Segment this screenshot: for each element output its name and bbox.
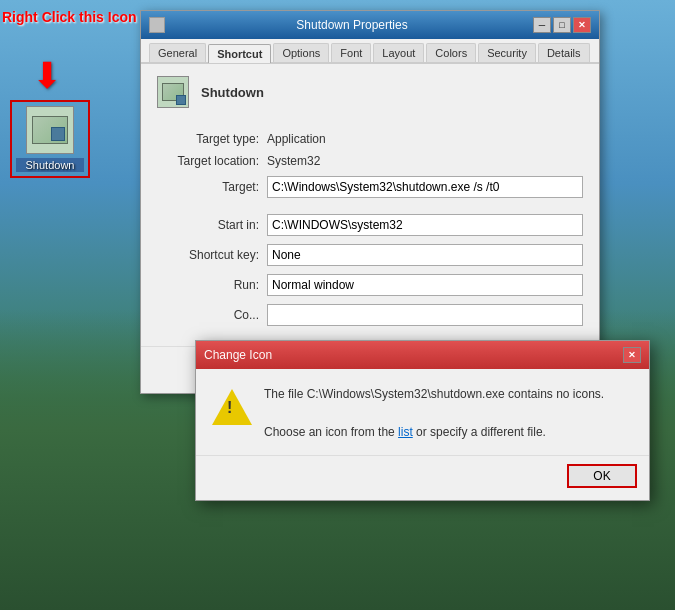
comment-input[interactable] bbox=[267, 304, 583, 326]
change-icon-title: Change Icon bbox=[204, 348, 272, 362]
warning-triangle bbox=[212, 389, 252, 425]
target-location-row: Target location: System32 bbox=[157, 154, 583, 168]
prop-icon-badge bbox=[176, 95, 186, 105]
dialog-title: Shutdown Properties bbox=[171, 18, 533, 32]
right-click-annotation: Right Click this Icon bbox=[2, 8, 137, 26]
run-input[interactable] bbox=[267, 274, 583, 296]
tab-font[interactable]: Font bbox=[331, 43, 371, 62]
arrow-annotation: ⬇ bbox=[32, 55, 62, 97]
tab-security[interactable]: Security bbox=[478, 43, 536, 62]
titlebar-icon bbox=[149, 17, 165, 33]
tab-strip: General Shortcut Options Font Layout Col… bbox=[141, 39, 599, 64]
comment-row: Co... bbox=[157, 304, 583, 326]
warning-icon bbox=[212, 387, 252, 427]
change-icon-close-button[interactable]: ✕ bbox=[623, 347, 641, 363]
target-label: Target: bbox=[157, 180, 267, 194]
tab-details[interactable]: Details bbox=[538, 43, 590, 62]
target-type-row: Target type: Application bbox=[157, 132, 583, 146]
comment-label: Co... bbox=[157, 308, 267, 322]
dialog-content: Shutdown Target type: Application Target… bbox=[141, 64, 599, 346]
icon-name-row: Shutdown bbox=[157, 76, 583, 116]
start-in-label: Start in: bbox=[157, 218, 267, 232]
run-row: Run: bbox=[157, 274, 583, 296]
change-icon-list-link[interactable]: list bbox=[398, 425, 413, 439]
start-in-row: Start in: bbox=[157, 214, 583, 236]
target-location-label: Target location: bbox=[157, 154, 267, 168]
tab-shortcut[interactable]: Shortcut bbox=[208, 44, 271, 63]
property-icon bbox=[157, 76, 189, 108]
desktop-icon-image bbox=[26, 106, 74, 154]
target-location-value: System32 bbox=[267, 154, 320, 168]
change-icon-content: The file C:\Windows\System32\shutdown.ex… bbox=[196, 369, 649, 455]
change-icon-titlebar: Change Icon ✕ bbox=[196, 341, 649, 369]
run-label: Run: bbox=[157, 278, 267, 292]
desktop-icon[interactable]: Shutdown bbox=[10, 100, 90, 178]
close-button[interactable]: ✕ bbox=[573, 17, 591, 33]
shortcut-key-input[interactable] bbox=[267, 244, 583, 266]
icon-corner-badge bbox=[51, 127, 65, 141]
change-icon-message-line2b: or specify a different file. bbox=[413, 425, 546, 439]
tab-colors[interactable]: Colors bbox=[426, 43, 476, 62]
change-icon-message-line1: The file C:\Windows\System32\shutdown.ex… bbox=[264, 385, 633, 404]
icon-inner bbox=[32, 116, 68, 144]
change-icon-message-line2: Choose an icon from the bbox=[264, 425, 398, 439]
tab-general[interactable]: General bbox=[149, 43, 206, 62]
shortcut-key-label: Shortcut key: bbox=[157, 248, 267, 262]
change-icon-buttons: OK bbox=[196, 455, 649, 500]
dialog-titlebar: Shutdown Properties ─ □ ✕ bbox=[141, 11, 599, 39]
target-type-label: Target type: bbox=[157, 132, 267, 146]
target-row: Target: bbox=[157, 176, 583, 198]
start-in-input[interactable] bbox=[267, 214, 583, 236]
shutdown-properties-dialog: Shutdown Properties ─ □ ✕ General Shortc… bbox=[140, 10, 600, 394]
maximize-button[interactable]: □ bbox=[553, 17, 571, 33]
tab-layout[interactable]: Layout bbox=[373, 43, 424, 62]
change-icon-message: The file C:\Windows\System32\shutdown.ex… bbox=[264, 385, 633, 443]
shortcut-key-row: Shortcut key: bbox=[157, 244, 583, 266]
target-input[interactable] bbox=[267, 176, 583, 198]
tab-options[interactable]: Options bbox=[273, 43, 329, 62]
target-type-value: Application bbox=[267, 132, 326, 146]
titlebar-buttons: ─ □ ✕ bbox=[533, 17, 591, 33]
change-icon-ok-button[interactable]: OK bbox=[567, 464, 637, 488]
change-icon-dialog: Change Icon ✕ The file C:\Windows\System… bbox=[195, 340, 650, 501]
minimize-button[interactable]: ─ bbox=[533, 17, 551, 33]
property-name: Shutdown bbox=[201, 85, 264, 100]
desktop-icon-label: Shutdown bbox=[16, 158, 84, 172]
